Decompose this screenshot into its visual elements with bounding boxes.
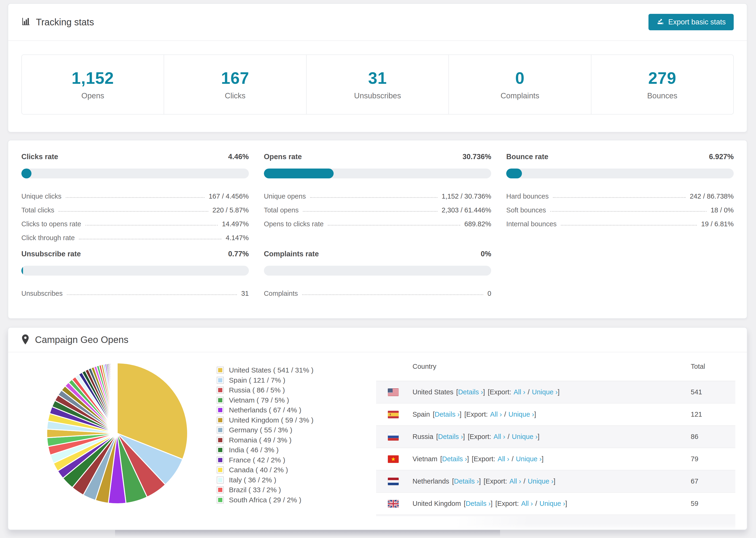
export-all-link[interactable]: All ›	[498, 455, 509, 463]
legend-swatch	[217, 417, 224, 424]
legend-swatch	[217, 497, 224, 504]
stat-unsubscribes-label: Unsubscribes	[354, 91, 401, 100]
table-row-russia: Russia [Details ›] [Export: All › / Uniq…	[376, 426, 735, 448]
opens-rate-value: 30.736%	[462, 153, 491, 161]
export-unique-link[interactable]: Unique ›	[528, 477, 554, 485]
clicks-rate-value: 4.46%	[228, 153, 249, 161]
export-basic-stats-button[interactable]: Export basic stats	[648, 14, 734, 30]
details-link[interactable]: Details ›	[438, 433, 463, 441]
export-all-link[interactable]: All ›	[490, 410, 502, 418]
bounce-rate-progress-fill	[506, 169, 522, 178]
export-unique-link[interactable]: Unique ›	[540, 500, 566, 508]
country-total: 541	[691, 388, 735, 396]
details-link[interactable]: Details ›	[465, 500, 490, 508]
geo-pie-chart[interactable]	[44, 360, 190, 506]
legend-item-vietnam[interactable]: Vietnam ( 79 / 5% )	[217, 397, 313, 404]
table-row-vietnam: Vietnam [Details ›] [Export: All › / Uni…	[376, 448, 735, 470]
unsubscribe-rate-value: 0.77%	[228, 250, 249, 258]
unsubscribe-rate-progress-fill	[21, 266, 23, 276]
export-button-label: Export basic stats	[668, 18, 726, 26]
country-name: Russia	[412, 433, 433, 441]
legend-item-netherlands[interactable]: Netherlands ( 67 / 4% )	[217, 406, 313, 413]
dotted-leader	[79, 239, 221, 240]
legend-swatch	[217, 426, 224, 434]
stat-row: Click through rate 4.147%	[21, 228, 249, 242]
opens-rate-panel: Opens rate 30.736% Unique opens 1,152 / …	[264, 153, 491, 242]
legend-swatch	[217, 466, 224, 473]
stat-row: Total opens 2,303 / 61.446%	[264, 200, 491, 214]
legend-swatch	[217, 397, 224, 404]
geo-title: Campaign Geo Opens	[35, 335, 129, 345]
stat-unsubscribes: 31 Unsubscribes	[307, 55, 449, 114]
country-name: Vietnam	[412, 455, 437, 463]
stat-row: Opens to clicks rate 689.82%	[264, 214, 491, 228]
page-title-label: Tracking stats	[36, 17, 94, 27]
dotted-leader	[66, 197, 204, 198]
export-all-link[interactable]: All ›	[514, 388, 525, 396]
clicks-rate-progressbar	[21, 169, 249, 178]
details-link[interactable]: Details ›	[442, 455, 467, 463]
page-title: Tracking stats	[21, 16, 94, 28]
stat-opens-label: Opens	[81, 91, 104, 100]
export-unique-link[interactable]: Unique ›	[509, 410, 534, 418]
country-name: Spain	[412, 410, 430, 418]
map-pin-icon	[21, 334, 29, 346]
geo-header: Campaign Geo Opens	[8, 328, 747, 352]
details-link[interactable]: Details ›	[458, 388, 483, 396]
legend-item-russia[interactable]: Russia ( 86 / 5% )	[217, 387, 313, 394]
table-row-united-kingdom: United Kingdom [Details ›] [Export: All …	[376, 493, 735, 515]
complaints-rate-panel: Complaints rate 0% Complaints 0	[264, 250, 491, 297]
stat-opens-value: 1,152	[72, 69, 114, 87]
legend-swatch	[217, 387, 224, 394]
table-row-spain: Spain [Details ›] [Export: All › / Uniqu…	[376, 404, 735, 426]
details-link[interactable]: Details ›	[454, 477, 479, 485]
legend-item-india[interactable]: India ( 46 / 3% )	[217, 447, 313, 454]
table-row-united-states: United States [Details ›] [Export: All ›…	[376, 381, 735, 404]
geo-country-table: Country Total United States [Details ›] …	[376, 352, 735, 530]
export-unique-link[interactable]: Unique ›	[532, 388, 558, 396]
dotted-leader	[85, 225, 218, 226]
bounce-rate-title: Bounce rate	[506, 153, 548, 161]
clicks-rate-title: Clicks rate	[21, 153, 58, 161]
legend-swatch	[217, 367, 224, 374]
opens-rate-title: Opens rate	[264, 153, 302, 161]
export-unique-link[interactable]: Unique ›	[512, 433, 538, 441]
legend-swatch	[217, 457, 224, 463]
legend-item-united-kingdom[interactable]: United Kingdom ( 59 / 3% )	[217, 417, 313, 424]
legend-item-italy[interactable]: Italy ( 36 / 2% )	[217, 476, 313, 484]
stat-opens: 1,152 Opens	[22, 55, 164, 114]
germany-flag-icon	[388, 522, 399, 530]
uk-flag-icon	[388, 500, 399, 508]
bounce-rate-panel: Bounce rate 6.927% Hard bounces 242 / 86…	[506, 153, 734, 242]
legend-item-brazil[interactable]: Brazil ( 33 / 2% )	[217, 486, 313, 493]
legend-item-france[interactable]: France ( 42 / 2% )	[217, 457, 313, 463]
export-unique-link[interactable]: Unique ›	[516, 455, 542, 463]
russia-flag-icon	[388, 433, 399, 441]
country-total: 79	[691, 455, 735, 463]
stat-bounces-label: Bounces	[647, 91, 677, 100]
export-all-link[interactable]: All ›	[510, 477, 521, 485]
legend-item-germany[interactable]: Germany ( 55 / 3% )	[217, 426, 313, 434]
stat-complaints-value: 0	[515, 69, 524, 87]
legend-item-canada[interactable]: Canada ( 40 / 2% )	[217, 466, 313, 473]
country-total: 121	[691, 410, 735, 418]
country-total: 59	[691, 500, 735, 508]
stat-row: Complaints 0	[264, 284, 491, 297]
complaints-rate-value: 0%	[481, 250, 491, 258]
legend-item-spain[interactable]: Spain ( 121 / 7% )	[217, 377, 313, 384]
details-link[interactable]: Details ›	[435, 410, 459, 418]
stat-complaints: 0 Complaints	[449, 55, 591, 114]
legend-item-romania[interactable]: Romania ( 49 / 3% )	[217, 437, 313, 444]
unsubscribe-rate-title: Unsubscribe rate	[21, 250, 81, 258]
pie-slice[interactable]	[117, 363, 117, 433]
column-header-total: Total	[691, 363, 735, 370]
export-all-link[interactable]: All ›	[521, 500, 533, 508]
legend-item-united-states[interactable]: United States ( 541 / 31% )	[217, 367, 313, 374]
legend-swatch	[217, 486, 224, 493]
opens-rate-progress-fill	[264, 169, 334, 178]
stat-clicks-label: Clicks	[225, 91, 245, 100]
export-all-link[interactable]: All ›	[494, 433, 505, 441]
legend-swatch	[217, 476, 224, 484]
dotted-leader	[67, 295, 237, 295]
legend-item-south-africa[interactable]: South Africa ( 29 / 2% )	[217, 497, 313, 504]
